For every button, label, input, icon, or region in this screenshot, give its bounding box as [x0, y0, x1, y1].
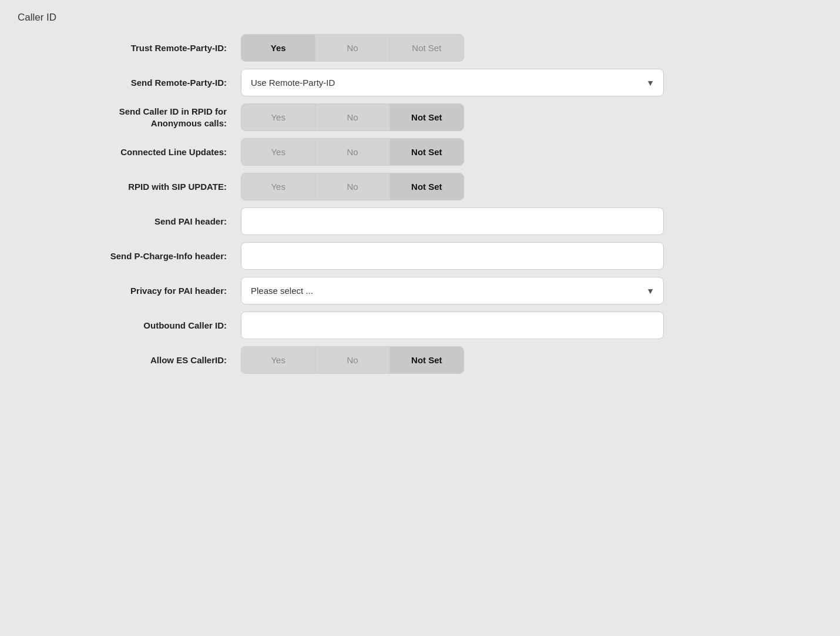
connected-line-updates-no-button[interactable]: No: [315, 139, 389, 165]
rpid-sip-update-label: RPID with SIP UPDATE:: [18, 181, 241, 193]
trust-remote-party-id-notset-button[interactable]: Not Set: [390, 35, 463, 61]
allow-es-callerid-yes-button[interactable]: Yes: [241, 347, 315, 373]
trust-remote-party-id-row: Trust Remote-Party-ID: Yes No Not Set: [18, 34, 822, 62]
page-container: Caller ID Trust Remote-Party-ID: Yes No …: [0, 0, 840, 636]
rpid-sip-update-yes-button[interactable]: Yes: [241, 173, 315, 200]
send-remote-party-id-control: Use Remote-Party-ID Use P-Asserted-Ident…: [241, 69, 664, 96]
section-title: Caller ID: [18, 12, 822, 24]
send-remote-party-id-row: Send Remote-Party-ID: Use Remote-Party-I…: [18, 69, 822, 96]
allow-es-callerid-toggle-group: Yes No Not Set: [241, 346, 464, 374]
trust-remote-party-id-control: Yes No Not Set: [241, 34, 664, 62]
send-p-charge-info-label: Send P-Charge-Info header:: [18, 250, 241, 262]
send-p-charge-info-control: [241, 242, 664, 270]
outbound-caller-id-label: Outbound Caller ID:: [18, 320, 241, 332]
connected-line-updates-notset-button[interactable]: Not Set: [390, 139, 463, 165]
trust-remote-party-id-yes-button[interactable]: Yes: [241, 35, 315, 61]
send-pai-header-label: Send PAI header:: [18, 216, 241, 227]
privacy-pai-header-label: Privacy for PAI header:: [18, 285, 241, 297]
connected-line-updates-row: Connected Line Updates: Yes No Not Set: [18, 138, 822, 166]
send-pai-header-row: Send PAI header:: [18, 207, 822, 235]
send-caller-id-rpid-row: Send Caller ID in RPID for Anonymous cal…: [18, 103, 822, 131]
trust-remote-party-id-no-button[interactable]: No: [315, 35, 389, 61]
privacy-pai-header-row: Privacy for PAI header: Please select ..…: [18, 277, 822, 304]
outbound-caller-id-input[interactable]: [241, 312, 664, 339]
trust-remote-party-id-toggle-group: Yes No Not Set: [241, 34, 464, 62]
connected-line-updates-label: Connected Line Updates:: [18, 146, 241, 158]
send-caller-id-rpid-notset-button[interactable]: Not Set: [390, 104, 463, 130]
send-caller-id-rpid-control: Yes No Not Set: [241, 103, 664, 131]
send-caller-id-rpid-no-button[interactable]: No: [315, 104, 389, 130]
send-caller-id-rpid-yes-button[interactable]: Yes: [241, 104, 315, 130]
allow-es-callerid-no-button[interactable]: No: [315, 347, 389, 373]
allow-es-callerid-control: Yes No Not Set: [241, 346, 664, 374]
send-p-charge-info-row: Send P-Charge-Info header:: [18, 242, 822, 270]
send-caller-id-rpid-label: Send Caller ID in RPID for Anonymous cal…: [18, 106, 241, 129]
privacy-pai-header-control: Please select ... None Header Session Cr…: [241, 277, 664, 304]
connected-line-updates-control: Yes No Not Set: [241, 138, 664, 166]
rpid-sip-update-no-button[interactable]: No: [315, 173, 389, 200]
rpid-sip-update-row: RPID with SIP UPDATE: Yes No Not Set: [18, 173, 822, 200]
send-p-charge-info-input[interactable]: [241, 242, 664, 270]
connected-line-updates-toggle-group: Yes No Not Set: [241, 138, 464, 166]
connected-line-updates-yes-button[interactable]: Yes: [241, 139, 315, 165]
send-remote-party-id-select-wrapper: Use Remote-Party-ID Use P-Asserted-Ident…: [241, 69, 664, 96]
privacy-pai-header-select-wrapper: Please select ... None Header Session Cr…: [241, 277, 664, 304]
allow-es-callerid-label: Allow ES CallerID:: [18, 354, 241, 366]
privacy-pai-header-select[interactable]: Please select ... None Header Session Cr…: [241, 277, 664, 304]
rpid-sip-update-notset-button[interactable]: Not Set: [390, 173, 463, 200]
allow-es-callerid-notset-button[interactable]: Not Set: [390, 347, 463, 373]
send-pai-header-input[interactable]: [241, 207, 664, 235]
rpid-sip-update-control: Yes No Not Set: [241, 173, 664, 200]
allow-es-callerid-row: Allow ES CallerID: Yes No Not Set: [18, 346, 822, 374]
send-caller-id-rpid-toggle-group: Yes No Not Set: [241, 103, 464, 131]
rpid-sip-update-toggle-group: Yes No Not Set: [241, 173, 464, 200]
outbound-caller-id-control: [241, 312, 664, 339]
trust-remote-party-id-label: Trust Remote-Party-ID:: [18, 42, 241, 54]
send-remote-party-id-label: Send Remote-Party-ID:: [18, 77, 241, 89]
send-pai-header-control: [241, 207, 664, 235]
send-remote-party-id-select[interactable]: Use Remote-Party-ID Use P-Asserted-Ident…: [241, 69, 664, 96]
outbound-caller-id-row: Outbound Caller ID:: [18, 312, 822, 339]
